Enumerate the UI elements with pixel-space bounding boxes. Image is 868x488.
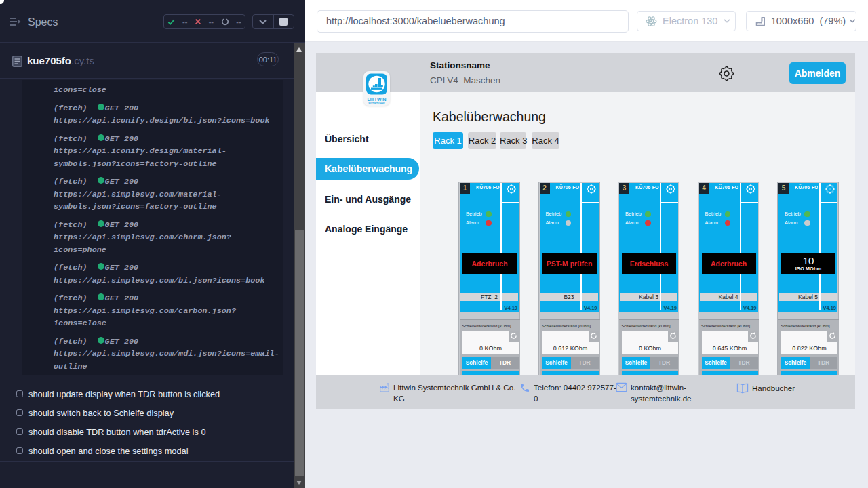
svg-text:LITTWIN: LITTWIN [368, 97, 387, 102]
svg-text:SYSTEMTECHNIK: SYSTEMTECHNIK [368, 102, 386, 105]
